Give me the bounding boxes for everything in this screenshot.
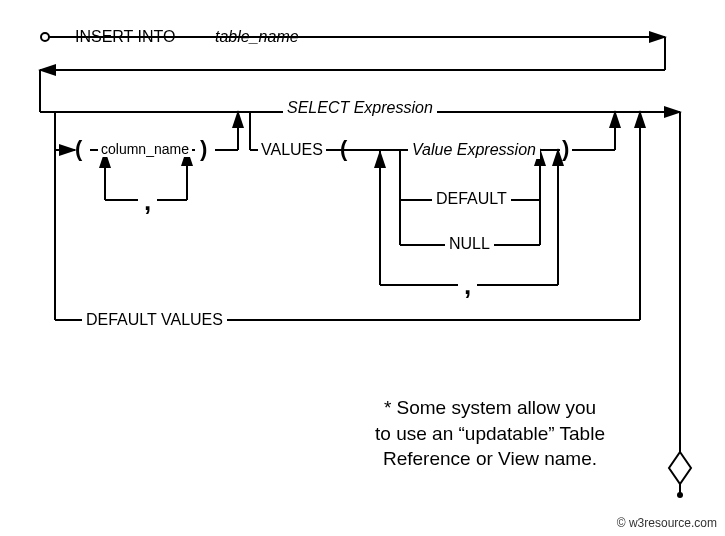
comma-vals: , (458, 270, 477, 301)
keyword-select-expression: SELECT Expression (283, 99, 437, 117)
keyword-insert-into: INSERT INTO (75, 28, 175, 46)
footnote-line1: * Some system allow you (384, 397, 596, 418)
rparen-vals: ) (562, 136, 569, 162)
placeholder-column-name: column_name (98, 141, 192, 157)
comma-cols: , (138, 186, 157, 217)
keyword-null: NULL (445, 235, 494, 253)
footnote: * Some system allow you to use an “updat… (330, 395, 650, 472)
keyword-values: VALUES (258, 141, 326, 159)
keyword-default: DEFAULT (432, 190, 511, 208)
footnote-line3: Reference or View name. (383, 448, 597, 469)
keyword-default-values: DEFAULT VALUES (82, 311, 227, 329)
lparen-cols: ( (75, 136, 82, 162)
footnote-line2: to use an “updatable” Table (375, 423, 605, 444)
svg-point-0 (41, 33, 49, 41)
copyright-text: © w3resource.com (617, 516, 717, 530)
placeholder-table-name: table_name (215, 28, 299, 46)
rparen-cols: ) (200, 136, 207, 162)
lparen-vals: ( (340, 136, 347, 162)
svg-marker-38 (669, 452, 691, 484)
placeholder-value-expression: Value Expression (408, 141, 540, 159)
